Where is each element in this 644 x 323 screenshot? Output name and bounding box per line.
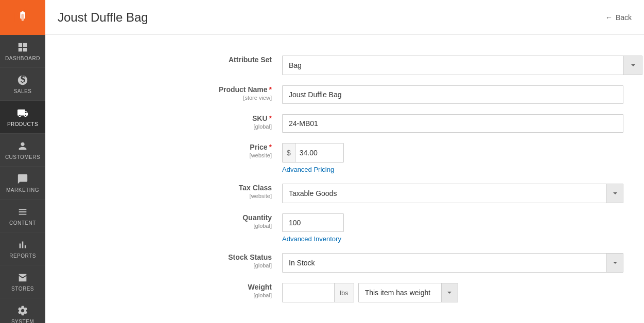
product-name-label-group: Product Name* [store view] [45,85,282,101]
stock-status-label: Stock Status [45,253,272,261]
product-form: Attribute Set Bag Product Name* [ [45,35,644,323]
weight-field: lbs This item has weight This item has n… [282,283,623,302]
dashboard-icon [16,41,29,53]
sidebar-item-dashboard[interactable]: DASHBOARD [0,35,45,68]
content-icon [16,206,29,218]
weight-type-select-wrap: This item has weight This item has no we… [358,283,458,302]
sidebar-item-system[interactable]: SYSTEM [0,298,45,323]
sidebar-item-customers[interactable]: CUSTOMERS [0,134,45,167]
attribute-set-row: Attribute Set Bag [45,50,644,80]
quantity-input[interactable] [282,213,344,232]
sidebar-item-stores-label: STORES [11,286,34,292]
products-icon [16,107,29,119]
sku-input[interactable] [282,114,623,133]
sidebar-item-marketing-label: MARKETING [6,187,39,193]
weight-type-select[interactable]: This item has weight This item has no we… [359,283,441,302]
sidebar-item-sales-label: SALES [14,88,32,94]
product-name-input[interactable] [282,85,623,104]
sku-row: SKU* [global] [45,109,644,138]
weight-input[interactable] [283,283,334,302]
sidebar-item-stores[interactable]: STORES [0,265,45,298]
sku-label-group: SKU* [global] [45,114,282,130]
sidebar-item-products[interactable]: PRODUCTS [0,101,45,134]
back-arrow-icon: ← [605,13,613,22]
sidebar-item-dashboard-label: DASHBOARD [5,56,40,61]
tax-class-dropdown-arrow-icon [606,184,623,203]
attribute-set-select[interactable]: Bag [283,56,623,75]
sidebar-item-content[interactable]: CONTENT [0,200,45,232]
sidebar-item-system-label: SYSTEM [11,319,34,323]
sidebar-item-products-label: PRODUCTS [7,121,38,127]
attribute-set-select-wrap: Bag [282,56,642,75]
product-name-sub-label: [store view] [45,95,272,101]
sidebar-item-reports[interactable]: REPORTS [0,232,45,265]
sku-label: SKU* [45,114,272,122]
stock-status-field: In Stock Out of Stock [282,253,623,273]
price-label-group: Price* [website] [45,143,282,158]
price-sub-label: [website] [45,152,272,158]
stock-status-select[interactable]: In Stock Out of Stock [283,254,345,272]
attribute-set-field: Bag [282,56,642,75]
magento-logo-icon [13,8,32,27]
customers-icon [16,140,29,152]
sku-sub-label: [global] [45,123,272,130]
stores-icon [16,272,29,284]
price-label: Price* [45,143,272,151]
weight-inputs-group: lbs This item has weight This item has n… [282,283,623,302]
stock-status-dropdown-arrow-icon [606,254,623,272]
quantity-label-group: Quantity [global] [45,213,282,229]
tax-class-select[interactable]: Taxable Goods None [283,184,354,203]
price-row: Price* [website] $ Advanced Pricing [45,138,644,178]
sidebar: DASHBOARD SALES PRODUCTS CUSTOMERS MARKE… [0,0,45,323]
advanced-pricing-link[interactable]: Advanced Pricing [282,166,623,173]
stock-status-sub-label: [global] [45,262,272,268]
tax-class-select-wrap: Taxable Goods None [282,184,623,203]
weight-label: Weight [45,283,272,291]
sku-required-star: * [269,114,272,122]
weight-type-dropdown-arrow-icon [441,283,458,302]
page-header: Joust Duffle Bag ← Back [45,0,644,35]
tax-class-sub-label: [website] [45,193,272,199]
attribute-set-label-group: Attribute Set [45,56,282,64]
marketing-icon [16,173,29,185]
page-title: Joust Duffle Bag [58,10,148,25]
stock-status-row: Stock Status [global] In Stock Out of St… [45,248,644,278]
sales-icon [16,74,29,86]
sidebar-logo [0,0,45,35]
product-name-required-star: * [269,85,272,94]
price-field: $ Advanced Pricing [282,143,623,173]
tax-class-field: Taxable Goods None [282,184,623,203]
sidebar-item-marketing[interactable]: MARKETING [0,167,45,200]
weight-label-group: Weight [global] [45,283,282,298]
product-name-row: Product Name* [store view] [45,80,644,109]
product-name-label: Product Name* [45,85,272,94]
sku-field [282,114,623,133]
attribute-set-dropdown-arrow-icon [623,56,642,75]
weight-unit-label: lbs [334,283,354,302]
price-currency-symbol: $ [283,143,295,162]
quantity-field: Advanced Inventory [282,213,623,243]
quantity-row: Quantity [global] Advanced Inventory [45,208,644,248]
stock-status-label-group: Stock Status [global] [45,253,282,268]
price-input[interactable] [295,145,337,161]
advanced-inventory-link[interactable]: Advanced Inventory [282,235,623,243]
price-required-star: * [269,143,272,151]
reports-icon [16,239,29,251]
sidebar-item-content-label: CONTENT [9,220,36,226]
main-content: Joust Duffle Bag ← Back Attribute Set Ba… [45,0,644,323]
attribute-set-label: Attribute Set [45,56,272,64]
sidebar-item-customers-label: CUSTOMERS [5,154,40,160]
back-button[interactable]: ← Back [605,13,632,22]
price-input-wrap: $ [282,143,344,163]
sidebar-item-reports-label: REPORTS [9,253,36,259]
weight-input-wrap: lbs [282,283,354,302]
system-icon [16,304,29,317]
stock-status-select-wrap: In Stock Out of Stock [282,253,623,273]
tax-class-label-group: Tax Class [website] [45,184,282,199]
back-label: Back [616,13,632,22]
weight-sub-label: [global] [45,292,272,298]
weight-row: Weight [global] lbs This item has weight… [45,278,644,308]
quantity-label: Quantity [45,213,272,222]
sidebar-item-sales[interactable]: SALES [0,68,45,101]
quantity-sub-label: [global] [45,223,272,229]
